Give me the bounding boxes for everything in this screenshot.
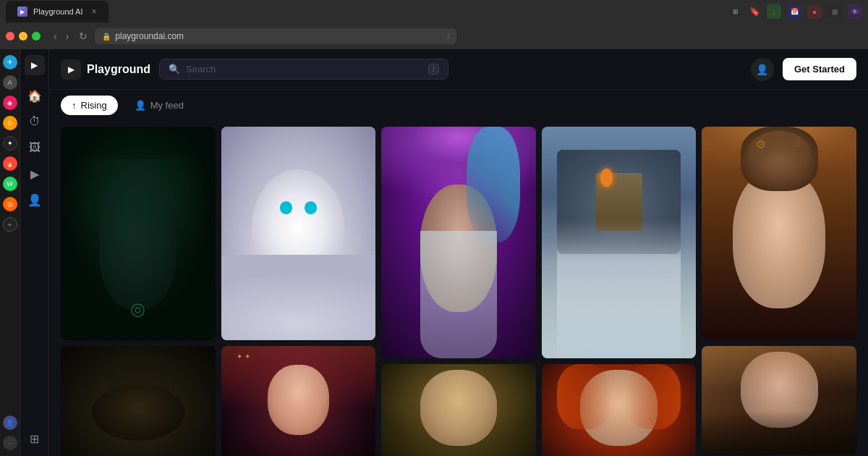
image-7[interactable]: ✦ ✦ bbox=[221, 346, 376, 456]
grid-col-2 bbox=[381, 127, 536, 456]
browser-bookmark[interactable]: 🔖 bbox=[748, 5, 761, 18]
sidebar-grid[interactable]: ⊞ bbox=[23, 427, 46, 450]
search-shortcut: / bbox=[428, 64, 439, 75]
image-4[interactable] bbox=[542, 127, 697, 358]
image-6[interactable] bbox=[61, 346, 216, 456]
get-started-button[interactable]: Get Started bbox=[783, 58, 856, 80]
image-2[interactable] bbox=[221, 127, 376, 340]
browser-ext-eye[interactable]: 👁 bbox=[848, 4, 862, 19]
ext-pink[interactable]: ◉ bbox=[3, 96, 17, 110]
rising-label: Rising bbox=[81, 100, 107, 111]
ext-fire[interactable]: 🔥 bbox=[3, 156, 17, 171]
ext-orange[interactable]: ⊙ bbox=[3, 116, 17, 130]
left-extension-bar: ✈ A ◉ ⊙ ✦ 🔥 W ◎ + 👤 ··· bbox=[0, 49, 20, 456]
address-shortcut: / bbox=[447, 32, 449, 41]
user-icon-button[interactable]: 👤 bbox=[751, 58, 774, 81]
app-logo[interactable]: ▶ Playground bbox=[61, 59, 150, 80]
search-icon: 🔍 bbox=[169, 64, 180, 75]
home-icon: 🏠 bbox=[27, 89, 42, 103]
browser-ext-red[interactable]: ● bbox=[807, 4, 822, 19]
image-5[interactable]: ⚙ ⚙ bbox=[702, 127, 856, 340]
image-1[interactable]: ◎ bbox=[61, 127, 216, 340]
maximize-button[interactable] bbox=[32, 32, 41, 41]
app-header: ▶ Playground 🔍 Search / 👤 Get Started bbox=[49, 49, 868, 90]
browser-ext-calendar[interactable]: 📅 bbox=[787, 4, 801, 19]
filter-my-feed[interactable]: 👤 My feed bbox=[124, 96, 195, 115]
nav-arrows: ‹ › bbox=[51, 29, 72, 43]
browser-toolbar: ‹ › ↻ 🔒 playgroundai.com / bbox=[0, 23, 868, 49]
tab-favicon: ▶ bbox=[17, 7, 27, 17]
gallery-icon: 🖼 bbox=[29, 141, 41, 154]
user-icon: 👤 bbox=[756, 64, 768, 75]
refresh-button[interactable]: ↻ bbox=[76, 29, 90, 43]
image-3[interactable] bbox=[381, 127, 536, 358]
sidebar-home[interactable]: 🏠 bbox=[23, 84, 46, 107]
browser-ext-download[interactable]: ⊞ bbox=[827, 4, 842, 19]
search-placeholder: Search bbox=[186, 64, 422, 75]
browser-ext-1[interactable]: ⊞ bbox=[729, 5, 742, 18]
browser-tab[interactable]: ▶ Playground AI × bbox=[6, 1, 109, 22]
tab-title: Playground AI bbox=[33, 7, 83, 16]
image-grid: ◎ bbox=[49, 121, 868, 456]
history-icon: ⏱ bbox=[29, 115, 41, 128]
profile-icon: 👤 bbox=[27, 193, 42, 207]
sidebar-profile[interactable]: 👤 bbox=[23, 188, 46, 211]
grid-columns: ◎ bbox=[61, 127, 856, 456]
address-bar[interactable]: 🔒 playgroundai.com / bbox=[95, 28, 456, 44]
ext-orange2[interactable]: ◎ bbox=[3, 197, 17, 211]
window-controls bbox=[6, 32, 41, 41]
sidebar-history[interactable]: ⏱ bbox=[23, 110, 46, 133]
ext-whatsapp[interactable]: W bbox=[3, 177, 17, 191]
ext-telegram[interactable]: ✈ bbox=[3, 55, 17, 69]
ext-text[interactable]: A bbox=[3, 75, 17, 90]
grid-col-0: ◎ bbox=[61, 127, 216, 456]
browser-ext-green[interactable]: ↓ bbox=[767, 4, 781, 19]
address-text: playgroundai.com bbox=[115, 31, 184, 41]
back-button[interactable]: ‹ bbox=[51, 29, 60, 43]
ext-dark[interactable]: ✦ bbox=[3, 136, 17, 151]
tab-close-icon[interactable]: × bbox=[92, 7, 97, 17]
app-logo-text: Playground bbox=[87, 63, 150, 76]
ext-more[interactable]: ··· bbox=[3, 436, 17, 450]
close-button[interactable] bbox=[6, 32, 14, 41]
forward-button[interactable]: › bbox=[63, 29, 72, 43]
grid-icon: ⊞ bbox=[30, 432, 39, 446]
ext-profile[interactable]: 👤 bbox=[3, 415, 17, 430]
search-bar[interactable]: 🔍 Search / bbox=[159, 59, 448, 80]
my-feed-label: My feed bbox=[150, 100, 184, 111]
grid-col-4: ⚙ ⚙ bbox=[702, 127, 856, 455]
grid-col-3 bbox=[542, 127, 697, 456]
logo-symbol: ▶ bbox=[31, 60, 38, 70]
my-feed-icon: 👤 bbox=[135, 100, 146, 111]
play-icon: ▶ bbox=[30, 167, 39, 181]
grid-col-1: ✦ ✦ bbox=[221, 127, 376, 456]
rising-icon: ↑ bbox=[72, 100, 77, 111]
browser-chrome: ▶ Playground AI × ⊞ 🔖 ↓ 📅 ● ⊞ 👁 ‹ › ↻ 🔒 … bbox=[0, 0, 868, 49]
image-10[interactable] bbox=[702, 346, 856, 455]
browser-extension-icons: ⊞ 🔖 ↓ 📅 ● ⊞ 👁 bbox=[729, 4, 862, 19]
filter-rising[interactable]: ↑ Rising bbox=[61, 96, 118, 115]
main-content: ▶ Playground 🔍 Search / 👤 Get Started ↑ … bbox=[49, 49, 868, 456]
app-logo-icon: ▶ bbox=[61, 59, 81, 80]
lock-icon: 🔒 bbox=[102, 33, 111, 41]
sidebar-logo[interactable]: ▶ bbox=[25, 55, 45, 75]
app-container: ✈ A ◉ ⊙ ✦ 🔥 W ◎ + 👤 ··· ▶ 🏠 ⏱ 🖼 ▶ 👤 bbox=[0, 49, 868, 456]
image-9[interactable] bbox=[542, 364, 697, 456]
app-sidebar: ▶ 🏠 ⏱ 🖼 ▶ 👤 ⊞ bbox=[20, 49, 49, 456]
filter-bar: ↑ Rising 👤 My feed bbox=[49, 90, 868, 121]
tab-bar: ▶ Playground AI × ⊞ 🔖 ↓ 📅 ● ⊞ 👁 bbox=[0, 0, 868, 23]
ext-add[interactable]: + bbox=[3, 217, 17, 232]
sidebar-play[interactable]: ▶ bbox=[23, 162, 46, 185]
sidebar-gallery[interactable]: 🖼 bbox=[23, 136, 46, 159]
minimize-button[interactable] bbox=[19, 32, 27, 41]
image-8[interactable] bbox=[381, 364, 536, 456]
